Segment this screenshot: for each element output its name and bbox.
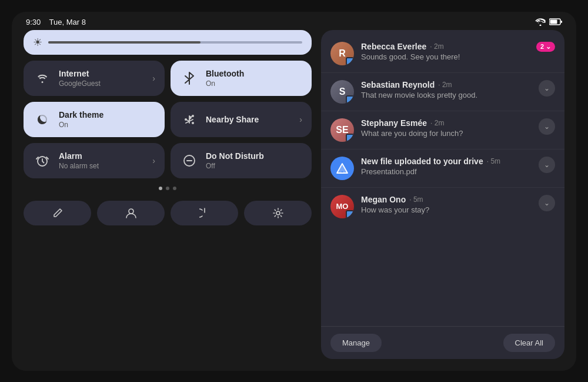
chevron-right-icon: › — [152, 74, 155, 83]
tile-alarm[interactable]: Alarm No alarm set › — [24, 143, 165, 178]
notification-body-sebastian: Sebastian Reynold · 2m That new movie lo… — [361, 80, 532, 99]
bluetooth-tile-icon — [180, 69, 199, 88]
notification-message-stephany: What are you doing for lunch? — [361, 129, 532, 138]
tile-donotdisturb[interactable]: Do Not Disturb Off — [171, 143, 312, 178]
svg-rect-1 — [550, 20, 557, 24]
tile-bluetooth[interactable]: Bluetooth On — [171, 61, 312, 96]
brightness-slider-fill — [48, 41, 201, 44]
expand-button-drive[interactable]: ⌄ — [539, 157, 555, 173]
battery-status-icon — [549, 18, 562, 25]
svg-point-3 — [185, 118, 187, 121]
clear-all-button[interactable]: Clear All — [503, 334, 555, 352]
power-button[interactable] — [171, 201, 238, 225]
page-dots — [24, 184, 312, 192]
chevron-right-icon-share: › — [299, 115, 302, 124]
tile-internet-title: Internet — [59, 69, 145, 78]
sender-name-drive: New file uploaded to your drive — [361, 157, 483, 166]
sender-name-sebastian: Sebastian Reynold — [361, 80, 435, 89]
notifications-panel: R Rebecca Everlee · 2m Sounds good. See … — [321, 30, 564, 359]
status-icons — [535, 18, 562, 26]
tile-darktheme[interactable]: Dark theme On — [24, 102, 165, 137]
notification-body-megan: Megan Ono · 5m How was your stay? — [361, 195, 532, 214]
quick-settings-tiles: Internet GoogleGuest › Bluetooth On — [24, 61, 312, 178]
notification-body-drive: New file uploaded to your drive · 5m Pre… — [361, 157, 532, 176]
unread-badge-rebecca: 2 ⌄ — [536, 42, 555, 52]
tile-nearbyshare[interactable]: Nearby Share › — [171, 102, 312, 137]
notification-megan[interactable]: MO Megan Ono · 5m How was your stay? ⌄ — [321, 188, 564, 225]
moon-tile-icon — [33, 110, 52, 129]
tile-internet-subtitle: GoogleGuest — [59, 79, 145, 88]
svg-point-8 — [129, 209, 133, 214]
notification-header-stephany: Stephany Esmée · 2m — [361, 118, 532, 128]
notification-message-rebecca: Sounds good. See you there! — [361, 52, 529, 61]
status-time-date: 9:30 Tue, Mar 8 — [26, 18, 86, 26]
tile-alarm-title: Alarm — [59, 151, 145, 161]
notification-time-rebecca: · 2m — [430, 42, 443, 51]
tile-internet-text: Internet GoogleGuest — [59, 69, 145, 88]
action-buttons-row — [24, 198, 312, 228]
tile-bluetooth-title: Bluetooth — [206, 69, 302, 78]
notification-drive[interactable]: New file uploaded to your drive · 5m Pre… — [321, 150, 564, 188]
notifications-footer: Manage Clear All — [321, 326, 564, 359]
quick-settings-panel: ☀ Internet GoogleGuest — [24, 30, 312, 359]
tile-internet[interactable]: Internet GoogleGuest › — [24, 61, 165, 96]
avatar-megan: MO — [330, 195, 354, 218]
message-app-icon-sebastian — [346, 95, 354, 104]
dot-2 — [166, 187, 169, 190]
notification-rebecca[interactable]: R Rebecca Everlee · 2m Sounds good. See … — [321, 35, 564, 73]
brightness-control[interactable]: ☀ — [24, 30, 312, 55]
tile-dnd-title: Do Not Disturb — [206, 151, 302, 161]
notification-time-stephany: · 2m — [430, 119, 444, 127]
expand-button-sebastian[interactable]: ⌄ — [539, 80, 555, 97]
user-button[interactable] — [97, 201, 165, 225]
tile-bluetooth-text: Bluetooth On — [206, 69, 302, 88]
tile-darktheme-title: Dark theme — [59, 110, 155, 119]
notifications-list: R Rebecca Everlee · 2m Sounds good. See … — [321, 30, 564, 326]
expand-button-stephany[interactable]: ⌄ — [539, 118, 555, 135]
wifi-status-icon — [535, 18, 546, 26]
message-app-icon-stephany — [346, 134, 354, 142]
notification-stephany[interactable]: SE Stephany Esmée · 2m What are you doin… — [321, 111, 564, 150]
brightness-slider-track — [48, 41, 302, 44]
wifi-tile-icon — [33, 69, 52, 88]
settings-button[interactable] — [244, 201, 312, 225]
notification-message-drive: Presentation.pdf — [361, 167, 532, 176]
tile-nearbyshare-title: Nearby Share — [206, 115, 292, 124]
avatar-drive — [330, 157, 354, 180]
notification-message-sebastian: That new movie looks pretty good. — [361, 91, 532, 99]
notification-message-megan: How was your stay? — [361, 205, 532, 214]
date: Tue, Mar 8 — [49, 18, 86, 26]
dot-3 — [173, 187, 176, 190]
avatar-sebastian: S — [330, 80, 354, 104]
brightness-icon: ☀ — [33, 36, 42, 49]
notification-body-stephany: Stephany Esmée · 2m What are you doing f… — [361, 118, 532, 138]
notification-time-megan: · 5m — [409, 195, 423, 204]
main-content: ☀ Internet GoogleGuest — [12, 30, 576, 371]
notification-body-rebecca: Rebecca Everlee · 2m Sounds good. See yo… — [361, 42, 529, 61]
expand-button-megan[interactable]: ⌄ — [539, 195, 555, 211]
status-bar: 9:30 Tue, Mar 8 — [12, 12, 576, 30]
notification-header-rebecca: Rebecca Everlee · 2m — [361, 42, 529, 51]
message-app-icon-rebecca — [346, 57, 354, 65]
notification-header-sebastian: Sebastian Reynold · 2m — [361, 80, 532, 89]
notification-header-drive: New file uploaded to your drive · 5m — [361, 157, 532, 166]
tile-alarm-text: Alarm No alarm set — [59, 151, 145, 170]
nearbyshare-tile-icon — [180, 110, 199, 129]
alarm-tile-icon — [33, 151, 52, 170]
tile-bluetooth-subtitle: On — [206, 79, 302, 88]
edit-button[interactable] — [24, 201, 91, 225]
notification-header-megan: Megan Ono · 5m — [361, 195, 532, 204]
tile-darktheme-text: Dark theme On — [59, 110, 155, 129]
svg-point-9 — [276, 211, 280, 215]
notification-time-drive: · 5m — [487, 157, 500, 165]
sender-name-megan: Megan Ono — [361, 195, 406, 204]
message-app-icon-megan — [346, 210, 354, 218]
notification-actions-rebecca: 2 ⌄ — [536, 42, 555, 52]
dot-1 — [159, 187, 162, 190]
notification-sebastian[interactable]: S Sebastian Reynold · 2m That new movie … — [321, 73, 564, 111]
svg-point-4 — [192, 115, 194, 117]
dnd-tile-icon — [180, 151, 199, 170]
sender-name-rebecca: Rebecca Everlee — [361, 42, 426, 51]
manage-button[interactable]: Manage — [330, 334, 382, 352]
svg-point-5 — [192, 122, 194, 124]
